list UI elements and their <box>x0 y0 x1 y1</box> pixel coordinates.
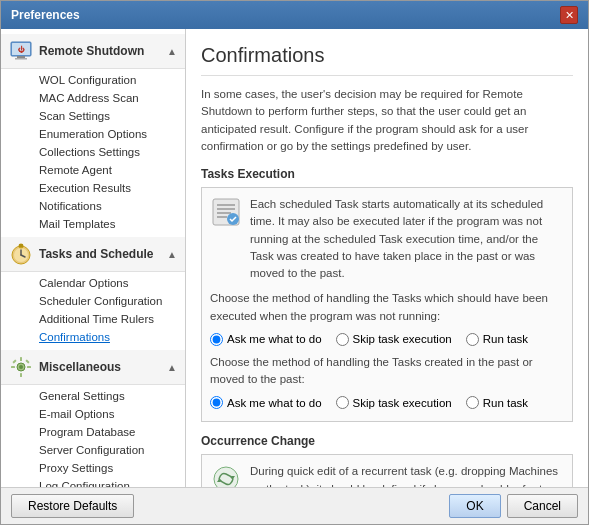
sidebar-section-header-remote-shutdown[interactable]: ⏻ Remote Shutdown ▲ <box>1 34 185 69</box>
occurrence-box: During quick edit of a recurrent task (e… <box>201 454 573 487</box>
occurrence-text: During quick edit of a recurrent task (e… <box>250 463 564 487</box>
footer-left: Restore Defaults <box>11 494 134 518</box>
svg-rect-18 <box>25 359 29 363</box>
sidebar-item-program-db[interactable]: Program Database <box>1 423 185 441</box>
sidebar-section-remote-shutdown: ⏻ Remote Shutdown ▲ WOL Configuration MA… <box>1 34 185 235</box>
clock-icon <box>9 242 33 266</box>
sidebar-item-mac-scan[interactable]: MAC Address Scan <box>1 89 185 107</box>
tasks-execution-content: Each scheduled Task starts automatically… <box>210 196 564 282</box>
radio-ask-label-1[interactable]: Ask me what to do <box>210 333 322 346</box>
occurrence-content: During quick edit of a recurrent task (e… <box>210 463 564 487</box>
sidebar-section-header-misc[interactable]: Miscellaneous ▲ <box>1 350 185 385</box>
misc-icon <box>9 355 33 379</box>
close-button[interactable]: ✕ <box>560 6 578 24</box>
occurrence-title: Occurrence Change <box>201 434 573 448</box>
sidebar-item-calendar[interactable]: Calendar Options <box>1 274 185 292</box>
page-title: Confirmations <box>201 44 573 76</box>
sidebar-remote-shutdown-items: WOL Configuration MAC Address Scan Scan … <box>1 69 185 235</box>
radio-ask-2[interactable] <box>210 396 223 409</box>
dialog-title: Preferences <box>11 8 80 22</box>
occurrence-section: Occurrence Change During qu <box>201 434 573 487</box>
svg-rect-17 <box>12 359 16 363</box>
radio-skip-text-2: Skip task execution <box>353 397 452 409</box>
radio-run-text-1: Run task <box>483 333 528 345</box>
task-execution-icon <box>210 196 242 228</box>
svg-rect-1 <box>17 56 25 58</box>
sidebar-item-email[interactable]: E-mail Options <box>1 405 185 423</box>
svg-point-12 <box>19 365 23 369</box>
tasks-sub-label-2: Choose the method of handling the Tasks … <box>210 354 564 389</box>
sidebar-misc-title: Miscellaneous <box>39 360 167 374</box>
computer-icon: ⏻ <box>9 39 33 63</box>
sidebar-tasks-items: Calendar Options Scheduler Configuration… <box>1 272 185 348</box>
chevron-up-icon-misc: ▲ <box>167 362 177 373</box>
radio-skip-label-1[interactable]: Skip task execution <box>336 333 452 346</box>
cancel-button[interactable]: Cancel <box>507 494 578 518</box>
occurrence-icon <box>210 463 242 487</box>
tasks-execution-text: Each scheduled Task starts automatically… <box>250 196 564 282</box>
svg-rect-14 <box>20 373 22 377</box>
radio-skip-text-1: Skip task execution <box>353 333 452 345</box>
radio-skip-2[interactable] <box>336 396 349 409</box>
footer-right: OK Cancel <box>449 494 578 518</box>
sidebar-item-proxy[interactable]: Proxy Settings <box>1 459 185 477</box>
svg-text:⏻: ⏻ <box>18 45 25 53</box>
svg-rect-13 <box>20 357 22 361</box>
ok-button[interactable]: OK <box>449 494 500 518</box>
sidebar-item-log[interactable]: Log Configuration <box>1 477 185 487</box>
content-area: ⏻ Remote Shutdown ▲ WOL Configuration MA… <box>1 29 588 487</box>
sidebar-item-scheduler[interactable]: Scheduler Configuration <box>1 292 185 310</box>
sidebar-misc-items: General Settings E-mail Options Program … <box>1 385 185 487</box>
main-description: In some cases, the user's decision may b… <box>201 86 573 155</box>
restore-defaults-button[interactable]: Restore Defaults <box>11 494 134 518</box>
sidebar-section-header-tasks[interactable]: Tasks and Schedule ▲ <box>1 237 185 272</box>
main-panel: Confirmations In some cases, the user's … <box>186 29 588 487</box>
title-bar: Preferences ✕ <box>1 1 588 29</box>
radio-run-1[interactable] <box>466 333 479 346</box>
radio-ask-label-2[interactable]: Ask me what to do <box>210 396 322 409</box>
svg-rect-15 <box>11 366 15 368</box>
sidebar-section-misc: Miscellaneous ▲ General Settings E-mail … <box>1 350 185 487</box>
svg-rect-2 <box>15 58 27 60</box>
tasks-execution-title: Tasks Execution <box>201 167 573 181</box>
tasks-sub-label-1: Choose the method of handling the Tasks … <box>210 290 564 325</box>
radio-run-label-2[interactable]: Run task <box>466 396 528 409</box>
sidebar-item-mail-templates[interactable]: Mail Templates <box>1 215 185 233</box>
radio-skip-1[interactable] <box>336 333 349 346</box>
radio-ask-text-1: Ask me what to do <box>227 333 322 345</box>
radio-run-text-2: Run task <box>483 397 528 409</box>
svg-rect-10 <box>19 244 23 247</box>
radio-run-2[interactable] <box>466 396 479 409</box>
sidebar-item-remote-agent[interactable]: Remote Agent <box>1 161 185 179</box>
sidebar-item-general[interactable]: General Settings <box>1 387 185 405</box>
chevron-up-icon-tasks: ▲ <box>167 249 177 260</box>
sidebar-item-confirmations[interactable]: Confirmations <box>1 328 185 346</box>
sidebar-item-server-config[interactable]: Server Configuration <box>1 441 185 459</box>
svg-rect-16 <box>27 366 31 368</box>
sidebar-item-enum-options[interactable]: Enumeration Options <box>1 125 185 143</box>
radio-run-label-1[interactable]: Run task <box>466 333 528 346</box>
radio-ask-text-2: Ask me what to do <box>227 397 322 409</box>
tasks-execution-section: Tasks Execution <box>201 167 573 422</box>
sidebar-item-exec-results[interactable]: Execution Results <box>1 179 185 197</box>
footer-bar: Restore Defaults OK Cancel <box>1 487 588 524</box>
radio-ask-1[interactable] <box>210 333 223 346</box>
preferences-dialog: Preferences ✕ ⏻ Remot <box>0 0 589 525</box>
tasks-radio-group-2: Ask me what to do Skip task execution Ru… <box>210 392 564 413</box>
tasks-radio-group-1: Ask me what to do Skip task execution Ru… <box>210 329 564 350</box>
sidebar-item-notifications[interactable]: Notifications <box>1 197 185 215</box>
sidebar-remote-shutdown-title: Remote Shutdown <box>39 44 167 58</box>
sidebar-item-collections[interactable]: Collections Settings <box>1 143 185 161</box>
radio-skip-label-2[interactable]: Skip task execution <box>336 396 452 409</box>
sidebar: ⏻ Remote Shutdown ▲ WOL Configuration MA… <box>1 29 186 487</box>
sidebar-item-time-rulers[interactable]: Additional Time Rulers <box>1 310 185 328</box>
tasks-execution-box: Each scheduled Task starts automatically… <box>201 187 573 422</box>
sidebar-section-tasks: Tasks and Schedule ▲ Calendar Options Sc… <box>1 237 185 348</box>
sidebar-item-scan-settings[interactable]: Scan Settings <box>1 107 185 125</box>
sidebar-item-wol[interactable]: WOL Configuration <box>1 71 185 89</box>
sidebar-tasks-title: Tasks and Schedule <box>39 247 167 261</box>
chevron-up-icon-remote: ▲ <box>167 46 177 57</box>
